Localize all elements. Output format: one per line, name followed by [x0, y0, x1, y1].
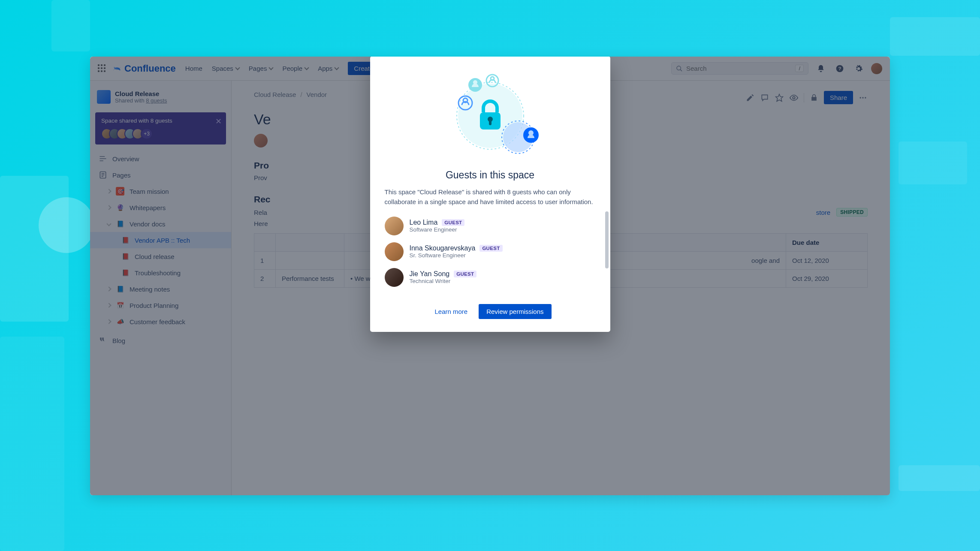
guest-role: Sr. Software Engineer: [410, 252, 503, 259]
guest-list: Leo LimaGUEST Software Engineer Inna Sko…: [370, 211, 610, 295]
guest-role: Technical Writer: [410, 278, 477, 284]
guest-row: Jie Yan SongGUEST Technical Writer: [385, 265, 596, 290]
modal-illustration: [370, 57, 610, 168]
guest-name: Jie Yan SongGUEST: [410, 270, 477, 278]
guest-list-scrollbar[interactable]: [605, 211, 609, 293]
guest-role: Software Engineer: [410, 226, 465, 233]
guest-avatar: [385, 268, 404, 287]
modal-title: Guests in this space: [370, 169, 610, 181]
guest-row: Inna SkougarevskayaGUEST Sr. Software En…: [385, 239, 596, 265]
guest-name: Leo LimaGUEST: [410, 219, 465, 226]
learn-more-button[interactable]: Learn more: [428, 304, 473, 319]
modal-overlay[interactable]: Guests in this space This space "Cloud R…: [90, 57, 890, 495]
guest-row: Leo LimaGUEST Software Engineer: [385, 213, 596, 239]
review-permissions-button[interactable]: Review permissions: [479, 304, 551, 319]
guest-name: Inna SkougarevskayaGUEST: [410, 244, 503, 252]
guest-badge: GUEST: [479, 245, 502, 252]
guest-badge: GUEST: [454, 271, 476, 277]
guest-avatar: [385, 242, 404, 261]
guest-avatar: [385, 217, 404, 235]
modal-description: This space "Cloud Release" is shared wit…: [370, 181, 610, 211]
guest-badge: GUEST: [442, 219, 464, 226]
svg-rect-17: [489, 120, 492, 125]
app-window: Confluence Home Spaces Pages People Apps…: [90, 57, 890, 495]
guests-modal: Guests in this space This space "Cloud R…: [370, 57, 610, 332]
modal-actions: Learn more Review permissions: [370, 295, 610, 332]
